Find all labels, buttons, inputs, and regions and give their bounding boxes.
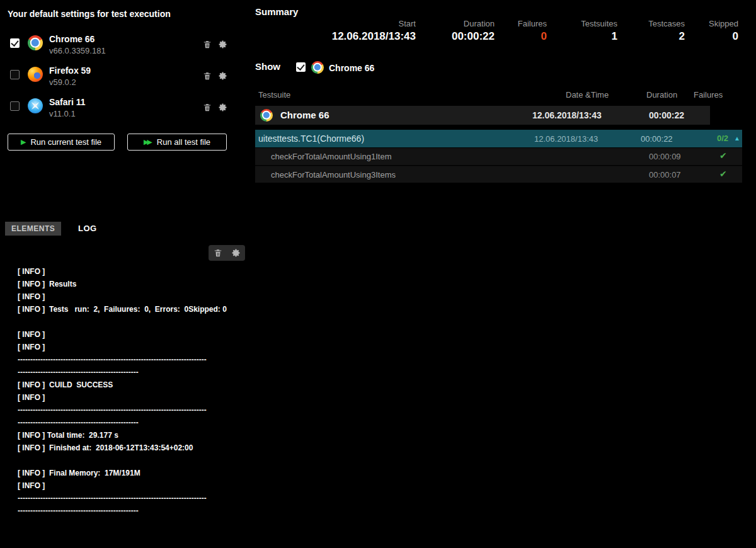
result-browser-datetime: 12.06.2018/13:43 [532,110,602,120]
trash-icon [203,71,212,81]
log-line: [ INFO ] [18,292,251,305]
browser-name: Chrome 66 [49,34,94,44]
log-line [18,456,251,469]
gear-icon [218,40,227,49]
col-header-failures: Failures [694,90,723,100]
log-line: [ INFO ] Tests run: 2, Failuures: 0, Err… [18,305,251,317]
result-browser-duration: 00:00:22 [649,110,684,120]
chrome-checkbox[interactable] [10,38,20,48]
delete-browser-button[interactable] [202,101,213,113]
stat-skipped: Skipped 0 [709,19,738,43]
log-line: ----------------------------------------… [18,368,251,380]
stat-value: 2 [648,30,685,43]
trash-icon [214,248,222,258]
firefox-checkbox[interactable] [10,70,20,79]
col-header-duration: Duration [646,90,677,100]
result-browser-row: Chrome 66 12.06.2018/13:43 00:00:22 [255,106,710,125]
gear-icon [231,248,241,258]
stat-value: 1 [581,30,617,43]
stat-value: 12.06.2018/13:43 [332,30,416,43]
log-line: [ INFO ] Final Memory: 17M/191M [18,469,251,481]
collapse-arrow-icon[interactable]: ▲ [734,135,740,142]
testsuite-failures: 0/2 [717,134,728,143]
browser-name: Firefox 59 [49,66,91,76]
tab-log[interactable]: LOG [78,224,97,233]
stat-testcases: Testcases 2 [648,19,685,43]
log-line [18,317,251,330]
run-all-label: Run all test file [157,137,210,147]
log-toolbar [209,245,245,261]
stat-failures: Failures 0 [518,19,547,43]
trash-icon [203,103,212,112]
testcase-row: checkForTotalAmountUsing3Items 00:00:07 … [255,166,742,183]
stat-label: Skipped [709,19,738,28]
play-all-icon: ▶▶ [144,139,151,146]
testsuite-row[interactable]: uitesttests.TC1(Chorme66) 12.06.2018/13:… [255,130,742,147]
testcase-duration: 00:00:09 [649,152,681,161]
log-line: [ INFO ] CUILD SUCCESS [18,380,251,393]
summary-title: Summary [255,6,298,17]
stat-label: Start [332,19,416,28]
tab-elements[interactable]: ELEMENTS [5,222,61,236]
play-icon: ▶ [21,139,26,146]
browser-version: v66.0.3359.181 [49,46,106,55]
browser-settings-button[interactable] [217,101,228,113]
testcase-row: checkForTotalAmountUsing1Item 00:00:09 ✔ [255,148,742,165]
browser-settings-button[interactable] [217,38,228,50]
gear-icon [218,71,227,81]
testsuite-name: uitesttests.TC1(Chorme66) [258,134,364,144]
browser-row-firefox: Firefox 59 v59.0.2 [0,63,252,92]
stat-value: 0 [518,30,547,43]
log-line: [ INFO ] [18,343,251,355]
col-header-datetime: Date &Time [566,90,609,100]
log-line: [ INFO ] [18,481,251,494]
stat-label: Testcases [648,19,685,28]
run-current-button[interactable]: ▶ Run current test file [8,134,115,151]
log-line: [ INFO ] Total time: 29.177 s [18,431,251,443]
log-line: ----------------------------------------… [18,494,251,506]
log-line: [ INFO ] [18,393,251,406]
log-line: ----------------------------------------… [18,418,251,431]
chrome-icon [311,61,324,74]
delete-browser-button[interactable] [202,38,213,50]
stat-value: 00:00:22 [452,30,495,43]
browser-settings-button[interactable] [217,70,228,81]
show-browser-label: Chrome 66 [329,63,374,73]
stat-value: 0 [709,30,738,43]
show-chrome-checkbox[interactable] [296,62,306,72]
run-all-button[interactable]: ▶▶ Run all test file [127,134,227,151]
log-line: ----------------------------------------… [18,355,251,368]
app-root: Your default settings for test execution… [0,0,756,548]
log-line: ----------------------------------------… [18,406,251,418]
browser-name: Safari 11 [49,97,86,107]
settings-title: Your default settings for test execution [8,9,171,19]
clear-log-button[interactable] [212,248,224,259]
log-line: [ INFO ] [18,330,251,343]
col-header-testsuite: Testsuite [258,90,290,100]
chrome-icon [28,35,43,50]
stat-start: Start 12.06.2018/13:43 [332,19,416,43]
log-line: ----------------------------------------… [18,506,251,519]
log-line: [ INFO ] Results [18,280,251,292]
stat-label: Duration [452,19,495,28]
log-output: [ INFO ] [ INFO ] Results [ INFO ] [ INF… [18,267,251,519]
browser-version: v11.0.1 [49,109,76,118]
result-browser-name: Chrome 66 [280,110,329,120]
pass-check-icon: ✔ [719,151,727,161]
browser-row-safari: Safari 11 v11.0.1 [0,94,252,123]
testcase-name: checkForTotalAmountUsing1Item [271,152,391,161]
pass-check-icon: ✔ [719,169,727,179]
testcase-duration: 00:00:07 [649,170,681,180]
stat-label: Failures [518,19,547,28]
gear-icon [218,103,227,112]
stat-testsuites: Testsuites 1 [581,19,617,43]
run-current-label: Run current test file [30,137,101,147]
delete-browser-button[interactable] [202,70,213,81]
safari-checkbox[interactable] [10,101,20,111]
log-settings-button[interactable] [230,248,241,259]
browser-version: v59.0.2 [49,77,76,87]
log-line: [ INFO ] [18,267,251,280]
browser-row-chrome: Chrome 66 v66.0.3359.181 [0,31,252,60]
log-line: [ INFO ] Finished at: 2018-06-12T13:43:5… [18,443,251,456]
testcase-name: checkForTotalAmountUsing3Items [271,170,396,180]
